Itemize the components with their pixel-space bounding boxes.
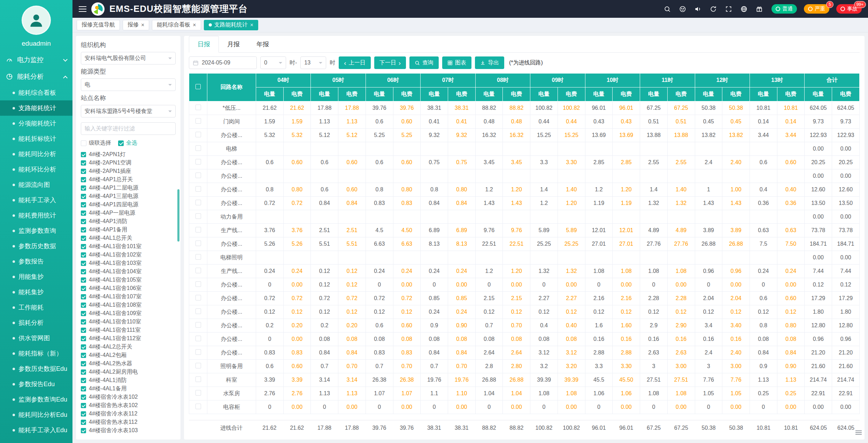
tree-item[interactable]: 4#楼-4AL1宿舍104室 [81, 267, 176, 276]
window-tab[interactable]: 报修× [123, 20, 149, 30]
checkbox-checked-icon[interactable] [81, 169, 86, 174]
sidebar-item[interactable]: 能耗指标（新） [0, 346, 72, 361]
checkbox-checked-icon[interactable] [81, 194, 86, 199]
sidebar-item[interactable]: 能耗环比分析 [0, 162, 72, 177]
date-picker[interactable]: 2024-05-09 [189, 56, 257, 69]
tree-item[interactable]: 4#楼-4AL1消防 [81, 376, 176, 384]
tree-item[interactable]: 4#楼-4AP1四层电源 [81, 200, 176, 209]
tree-item[interactable]: 4#楼宿舍热水表112 [81, 418, 176, 426]
sidebar-menu-energy-analysis[interactable]: 能耗分析 [0, 68, 72, 85]
search-icon[interactable] [662, 4, 673, 14]
header-checkbox[interactable] [195, 84, 201, 89]
sidebar-item[interactable]: 分项能耗统计 [0, 116, 72, 131]
tree-item[interactable]: 4#楼-4AL2厨房用电 [81, 368, 176, 376]
tree-item[interactable]: 4#楼宿舍冷水表102 [81, 393, 176, 401]
sidebar-item[interactable]: 工作能耗 [0, 300, 72, 315]
tree-item[interactable]: 4#楼-4AP1总开关 [81, 175, 176, 184]
tree-item[interactable]: 4#楼-4AL1宿舍102室 [81, 251, 176, 259]
org-select[interactable]: 安科瑞电气股份有限公司 [81, 52, 176, 64]
checkbox-checked-icon[interactable] [81, 361, 86, 366]
sidebar-item[interactable]: 供水管网图 [0, 330, 72, 346]
tree-item[interactable]: 4#楼-4AL1宿舍109室 [81, 309, 176, 318]
window-tab[interactable]: 报修充值导航 [77, 20, 120, 30]
station-select[interactable]: 安科瑞东盟路5号4号楼食堂 [81, 105, 176, 117]
row-checkbox[interactable] [195, 105, 201, 110]
row-checkbox[interactable] [195, 336, 201, 341]
sidebar-item[interactable]: 能耗手工录入Edu [0, 422, 72, 438]
tree-item[interactable]: 4#楼-4AL1宿舍108室 [81, 301, 176, 309]
sidebar-item[interactable]: 参数报告Edu [0, 376, 72, 392]
sidebar-menu-power-monitoring[interactable]: 电力监控 [0, 52, 72, 68]
row-checkbox[interactable] [195, 322, 201, 328]
tree-item[interactable]: 4#楼-4AL2包厢 [81, 351, 176, 359]
export-button[interactable]: 导出 [475, 56, 504, 69]
checkbox-checked-icon[interactable] [81, 236, 86, 241]
hour-from-select[interactable]: 0 [260, 56, 286, 69]
report-tab[interactable]: 日报 [189, 36, 219, 53]
tree-item[interactable]: 4#楼-4AL1宿舍110室 [81, 318, 176, 326]
report-tab[interactable]: 年报 [248, 36, 277, 52]
sidebar-item[interactable]: 监测参数查询 [0, 223, 72, 238]
tree-item[interactable]: 4#楼-2APN1空调 [81, 159, 176, 167]
tree-item[interactable]: 4#楼宿舍冷水表103 [81, 426, 176, 435]
checkbox-checked-icon[interactable] [81, 177, 86, 182]
row-checkbox[interactable] [195, 227, 201, 232]
checkbox-checked-icon[interactable] [81, 252, 86, 258]
close-icon[interactable]: × [141, 22, 144, 28]
checkbox-checked-icon[interactable] [81, 160, 86, 166]
checkbox-checked-icon[interactable] [81, 269, 86, 274]
close-icon[interactable]: × [193, 22, 196, 28]
select-all-checkbox[interactable]: 全选 [118, 139, 137, 147]
row-checkbox[interactable] [195, 308, 201, 314]
row-checkbox[interactable] [195, 376, 201, 382]
checkbox-checked-icon[interactable] [81, 277, 86, 283]
row-checkbox[interactable] [195, 349, 201, 355]
checkbox-checked-icon[interactable] [81, 403, 86, 408]
tree-item[interactable]: 4#楼-4AP1二层电源 [81, 184, 176, 192]
checkbox-checked-icon[interactable] [81, 428, 86, 433]
refresh-icon[interactable] [708, 4, 719, 14]
tree-filter-input[interactable]: 输入关键字进行过滤 [81, 122, 176, 135]
fullscreen-icon[interactable] [723, 4, 734, 14]
cascade-checkbox[interactable]: 级联选择 [81, 139, 111, 147]
alarm-chip-normal[interactable]: 普通 [771, 4, 797, 14]
tree-item[interactable]: 4#楼-4AP1消防 [81, 217, 176, 226]
alarm-chip-accident[interactable]: 事故 99+ [836, 4, 862, 14]
checkbox-checked-icon[interactable] [81, 211, 86, 216]
tree-item[interactable]: 4#楼-4AL1宿舍112室 [81, 334, 176, 343]
next-day-button[interactable]: 下一日 › [374, 56, 406, 69]
tree-item[interactable]: 4#楼宿舍热水表102 [81, 401, 176, 410]
row-checkbox[interactable] [195, 173, 201, 178]
checkbox-checked-icon[interactable] [81, 328, 86, 333]
checkbox-checked-icon[interactable] [81, 353, 86, 358]
checkbox-checked-icon[interactable] [81, 369, 86, 375]
sidebar-item[interactable]: 能源流向图 [0, 177, 72, 192]
avatar[interactable] [22, 6, 51, 35]
report-tab[interactable]: 月报 [219, 36, 248, 52]
tree-item[interactable]: 4#楼-4AL1备用 [81, 384, 176, 393]
row-checkbox[interactable] [195, 186, 201, 192]
sidebar-item[interactable]: 能耗综合看板 [0, 85, 72, 100]
row-checkbox[interactable] [195, 213, 201, 219]
checkbox-checked-icon[interactable] [81, 202, 86, 207]
tree-item[interactable]: 4#楼-4AL2热水器 [81, 359, 176, 368]
checkbox-checked-icon[interactable] [81, 420, 86, 425]
tree-item[interactable]: 4#楼-4AL1宿舍105室 [81, 276, 176, 284]
checkbox-checked-icon[interactable] [81, 344, 86, 350]
gift-icon[interactable] [754, 4, 765, 14]
tree-item[interactable]: 4#楼-4AL1宿舍111室 [81, 326, 176, 334]
checkbox-checked-icon[interactable] [81, 261, 86, 266]
sidebar-item[interactable]: 能耗集抄 [0, 284, 72, 300]
row-checkbox[interactable] [195, 363, 201, 368]
tree-item[interactable]: 4#楼-2APN1插座 [81, 167, 176, 175]
checkbox-checked-icon[interactable] [81, 311, 86, 316]
row-checkbox[interactable] [195, 200, 201, 205]
sidebar-item[interactable]: 能耗折标统计 [0, 131, 72, 146]
checkbox-checked-icon[interactable] [81, 152, 86, 157]
tree-item[interactable]: 4#楼-4AL1宿舍107室 [81, 292, 176, 301]
row-checkbox[interactable] [195, 404, 201, 409]
sidebar-item[interactable]: 监测参数查询Edu [0, 392, 72, 407]
row-checkbox[interactable] [195, 159, 201, 165]
tree-item[interactable]: 4#楼-2APN1灯 [81, 150, 176, 159]
tree-item[interactable]: 4#楼-4AP一层电源 [81, 209, 176, 217]
